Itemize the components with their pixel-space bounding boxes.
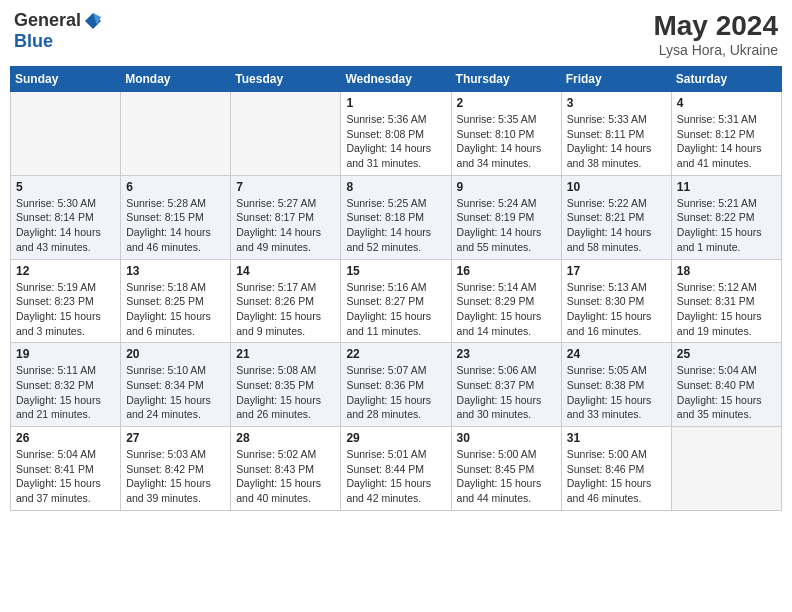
- calendar-cell: 25Sunrise: 5:04 AM Sunset: 8:40 PM Dayli…: [671, 343, 781, 427]
- day-info: Sunrise: 5:22 AM Sunset: 8:21 PM Dayligh…: [567, 196, 666, 255]
- day-info: Sunrise: 5:04 AM Sunset: 8:41 PM Dayligh…: [16, 447, 115, 506]
- calendar-cell: 30Sunrise: 5:00 AM Sunset: 8:45 PM Dayli…: [451, 427, 561, 511]
- day-number: 25: [677, 347, 776, 361]
- calendar-cell: 13Sunrise: 5:18 AM Sunset: 8:25 PM Dayli…: [121, 259, 231, 343]
- calendar-cell: 10Sunrise: 5:22 AM Sunset: 8:21 PM Dayli…: [561, 175, 671, 259]
- weekday-header-row: SundayMondayTuesdayWednesdayThursdayFrid…: [11, 67, 782, 92]
- day-info: Sunrise: 5:10 AM Sunset: 8:34 PM Dayligh…: [126, 363, 225, 422]
- day-number: 19: [16, 347, 115, 361]
- day-number: 5: [16, 180, 115, 194]
- day-info: Sunrise: 5:00 AM Sunset: 8:45 PM Dayligh…: [457, 447, 556, 506]
- day-number: 13: [126, 264, 225, 278]
- day-info: Sunrise: 5:06 AM Sunset: 8:37 PM Dayligh…: [457, 363, 556, 422]
- day-info: Sunrise: 5:17 AM Sunset: 8:26 PM Dayligh…: [236, 280, 335, 339]
- day-info: Sunrise: 5:24 AM Sunset: 8:19 PM Dayligh…: [457, 196, 556, 255]
- day-info: Sunrise: 5:27 AM Sunset: 8:17 PM Dayligh…: [236, 196, 335, 255]
- logo-general: General: [14, 10, 81, 31]
- day-number: 30: [457, 431, 556, 445]
- day-number: 24: [567, 347, 666, 361]
- calendar-cell: 14Sunrise: 5:17 AM Sunset: 8:26 PM Dayli…: [231, 259, 341, 343]
- calendar-cell: 27Sunrise: 5:03 AM Sunset: 8:42 PM Dayli…: [121, 427, 231, 511]
- day-info: Sunrise: 5:19 AM Sunset: 8:23 PM Dayligh…: [16, 280, 115, 339]
- day-number: 28: [236, 431, 335, 445]
- calendar-cell: 11Sunrise: 5:21 AM Sunset: 8:22 PM Dayli…: [671, 175, 781, 259]
- day-info: Sunrise: 5:05 AM Sunset: 8:38 PM Dayligh…: [567, 363, 666, 422]
- title-area: May 2024 Lysa Hora, Ukraine: [653, 10, 778, 58]
- day-info: Sunrise: 5:25 AM Sunset: 8:18 PM Dayligh…: [346, 196, 445, 255]
- day-number: 31: [567, 431, 666, 445]
- calendar-cell: 8Sunrise: 5:25 AM Sunset: 8:18 PM Daylig…: [341, 175, 451, 259]
- logo: General Blue: [14, 10, 103, 52]
- calendar-cell: [121, 92, 231, 176]
- calendar-cell: 2Sunrise: 5:35 AM Sunset: 8:10 PM Daylig…: [451, 92, 561, 176]
- logo-blue: Blue: [14, 31, 53, 51]
- calendar-cell: 24Sunrise: 5:05 AM Sunset: 8:38 PM Dayli…: [561, 343, 671, 427]
- calendar-cell: 31Sunrise: 5:00 AM Sunset: 8:46 PM Dayli…: [561, 427, 671, 511]
- day-number: 3: [567, 96, 666, 110]
- day-number: 1: [346, 96, 445, 110]
- calendar-cell: 4Sunrise: 5:31 AM Sunset: 8:12 PM Daylig…: [671, 92, 781, 176]
- calendar-cell: 12Sunrise: 5:19 AM Sunset: 8:23 PM Dayli…: [11, 259, 121, 343]
- calendar-cell: 29Sunrise: 5:01 AM Sunset: 8:44 PM Dayli…: [341, 427, 451, 511]
- day-number: 6: [126, 180, 225, 194]
- day-number: 12: [16, 264, 115, 278]
- day-number: 2: [457, 96, 556, 110]
- day-info: Sunrise: 5:01 AM Sunset: 8:44 PM Dayligh…: [346, 447, 445, 506]
- weekday-header-friday: Friday: [561, 67, 671, 92]
- day-number: 8: [346, 180, 445, 194]
- calendar-cell: 5Sunrise: 5:30 AM Sunset: 8:14 PM Daylig…: [11, 175, 121, 259]
- calendar-cell: 26Sunrise: 5:04 AM Sunset: 8:41 PM Dayli…: [11, 427, 121, 511]
- calendar-cell: 17Sunrise: 5:13 AM Sunset: 8:30 PM Dayli…: [561, 259, 671, 343]
- day-number: 22: [346, 347, 445, 361]
- weekday-header-monday: Monday: [121, 67, 231, 92]
- day-number: 21: [236, 347, 335, 361]
- day-info: Sunrise: 5:33 AM Sunset: 8:11 PM Dayligh…: [567, 112, 666, 171]
- day-info: Sunrise: 5:00 AM Sunset: 8:46 PM Dayligh…: [567, 447, 666, 506]
- day-number: 14: [236, 264, 335, 278]
- day-info: Sunrise: 5:08 AM Sunset: 8:35 PM Dayligh…: [236, 363, 335, 422]
- calendar-cell: 15Sunrise: 5:16 AM Sunset: 8:27 PM Dayli…: [341, 259, 451, 343]
- calendar-table: SundayMondayTuesdayWednesdayThursdayFrid…: [10, 66, 782, 511]
- day-info: Sunrise: 5:14 AM Sunset: 8:29 PM Dayligh…: [457, 280, 556, 339]
- calendar-title: May 2024: [653, 10, 778, 42]
- day-info: Sunrise: 5:31 AM Sunset: 8:12 PM Dayligh…: [677, 112, 776, 171]
- day-number: 26: [16, 431, 115, 445]
- day-number: 10: [567, 180, 666, 194]
- calendar-cell: 3Sunrise: 5:33 AM Sunset: 8:11 PM Daylig…: [561, 92, 671, 176]
- calendar-cell: 21Sunrise: 5:08 AM Sunset: 8:35 PM Dayli…: [231, 343, 341, 427]
- day-number: 11: [677, 180, 776, 194]
- day-info: Sunrise: 5:16 AM Sunset: 8:27 PM Dayligh…: [346, 280, 445, 339]
- page-header: General Blue May 2024 Lysa Hora, Ukraine: [10, 10, 782, 58]
- week-row-2: 5Sunrise: 5:30 AM Sunset: 8:14 PM Daylig…: [11, 175, 782, 259]
- calendar-cell: [11, 92, 121, 176]
- day-info: Sunrise: 5:30 AM Sunset: 8:14 PM Dayligh…: [16, 196, 115, 255]
- calendar-cell: 23Sunrise: 5:06 AM Sunset: 8:37 PM Dayli…: [451, 343, 561, 427]
- day-info: Sunrise: 5:02 AM Sunset: 8:43 PM Dayligh…: [236, 447, 335, 506]
- day-info: Sunrise: 5:07 AM Sunset: 8:36 PM Dayligh…: [346, 363, 445, 422]
- day-info: Sunrise: 5:03 AM Sunset: 8:42 PM Dayligh…: [126, 447, 225, 506]
- week-row-1: 1Sunrise: 5:36 AM Sunset: 8:08 PM Daylig…: [11, 92, 782, 176]
- day-number: 23: [457, 347, 556, 361]
- day-info: Sunrise: 5:13 AM Sunset: 8:30 PM Dayligh…: [567, 280, 666, 339]
- weekday-header-sunday: Sunday: [11, 67, 121, 92]
- calendar-cell: 6Sunrise: 5:28 AM Sunset: 8:15 PM Daylig…: [121, 175, 231, 259]
- calendar-cell: 9Sunrise: 5:24 AM Sunset: 8:19 PM Daylig…: [451, 175, 561, 259]
- calendar-cell: 22Sunrise: 5:07 AM Sunset: 8:36 PM Dayli…: [341, 343, 451, 427]
- day-number: 9: [457, 180, 556, 194]
- day-number: 29: [346, 431, 445, 445]
- day-number: 27: [126, 431, 225, 445]
- day-number: 16: [457, 264, 556, 278]
- calendar-cell: 20Sunrise: 5:10 AM Sunset: 8:34 PM Dayli…: [121, 343, 231, 427]
- week-row-4: 19Sunrise: 5:11 AM Sunset: 8:32 PM Dayli…: [11, 343, 782, 427]
- day-info: Sunrise: 5:28 AM Sunset: 8:15 PM Dayligh…: [126, 196, 225, 255]
- week-row-3: 12Sunrise: 5:19 AM Sunset: 8:23 PM Dayli…: [11, 259, 782, 343]
- day-number: 4: [677, 96, 776, 110]
- day-info: Sunrise: 5:11 AM Sunset: 8:32 PM Dayligh…: [16, 363, 115, 422]
- day-number: 7: [236, 180, 335, 194]
- weekday-header-tuesday: Tuesday: [231, 67, 341, 92]
- day-number: 18: [677, 264, 776, 278]
- calendar-cell: 18Sunrise: 5:12 AM Sunset: 8:31 PM Dayli…: [671, 259, 781, 343]
- calendar-cell: 28Sunrise: 5:02 AM Sunset: 8:43 PM Dayli…: [231, 427, 341, 511]
- day-info: Sunrise: 5:04 AM Sunset: 8:40 PM Dayligh…: [677, 363, 776, 422]
- calendar-cell: 16Sunrise: 5:14 AM Sunset: 8:29 PM Dayli…: [451, 259, 561, 343]
